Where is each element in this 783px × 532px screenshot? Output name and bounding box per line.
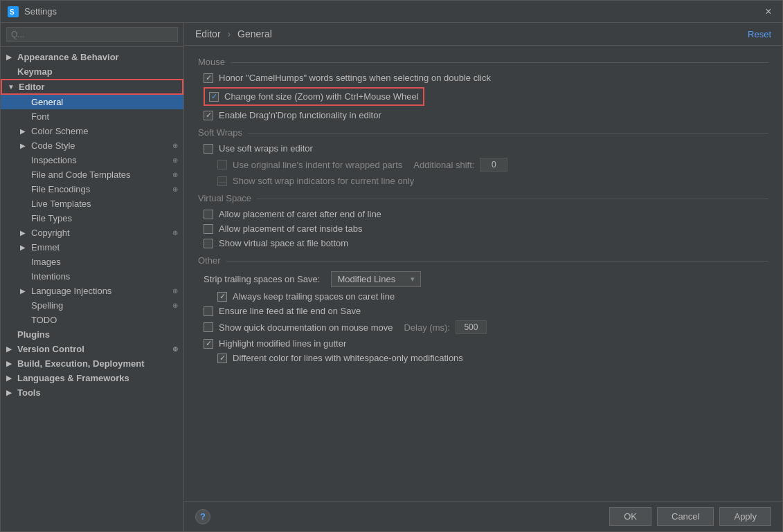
virtual-space-section-label: Virtual Space bbox=[198, 193, 768, 203]
quick-doc-row: Show quick documentation on mouse move D… bbox=[198, 320, 768, 334]
quick-doc-checkbox[interactable] bbox=[204, 322, 213, 332]
strip-trailing-dropdown[interactable]: Modified Lines ▾ bbox=[331, 271, 421, 287]
change-font-size-checkbox-wrapper[interactable]: Change font size (Zoom) with Ctrl+Mouse … bbox=[209, 91, 419, 102]
drag-drop-label: Enable Drag'n'Drop functionality in edit… bbox=[219, 110, 381, 120]
search-input[interactable] bbox=[6, 27, 178, 42]
drag-drop-checkbox[interactable] bbox=[204, 111, 213, 120]
highlight-modified-wrapper[interactable]: Highlight modified lines in gutter bbox=[204, 338, 346, 349]
close-button[interactable]: × bbox=[762, 5, 775, 19]
sidebar-item-label: File Types bbox=[31, 213, 72, 223]
sidebar-item-file-encodings[interactable]: File Encodings ⊕ bbox=[1, 182, 183, 196]
soft-wraps-section-label: Soft Wraps bbox=[198, 127, 768, 138]
sidebar-item-label: File and Code Templates bbox=[31, 169, 131, 180]
sidebar-item-plugins[interactable]: Plugins bbox=[1, 327, 183, 342]
additional-shift-label: Additional shift: bbox=[413, 160, 474, 170]
sidebar-item-images[interactable]: Images bbox=[1, 255, 183, 269]
change-font-size-checkbox[interactable] bbox=[209, 92, 219, 102]
use-soft-wraps-checkbox[interactable] bbox=[204, 144, 213, 154]
original-indent-checkbox[interactable] bbox=[217, 160, 227, 169]
sidebar-item-file-types[interactable]: File Types bbox=[1, 211, 183, 226]
sidebar-item-intentions[interactable]: Intentions bbox=[1, 269, 183, 284]
diff-color-wrapper[interactable]: Different color for lines with whitespac… bbox=[217, 353, 463, 363]
badge-icon: ⊕ bbox=[172, 156, 178, 164]
delay-input[interactable] bbox=[456, 320, 487, 334]
additional-shift-input[interactable] bbox=[480, 158, 507, 172]
sidebar-item-code-style[interactable]: ▶ Code Style ⊕ bbox=[1, 138, 183, 153]
soft-wrap-indicators-label: Show soft wrap indicators for current li… bbox=[233, 176, 414, 186]
original-indent-checkbox-wrapper: Use original line's indent for wrapped p… bbox=[217, 160, 402, 170]
sidebar-item-file-code-templates[interactable]: File and Code Templates ⊕ bbox=[1, 167, 183, 182]
quick-doc-label: Show quick documentation on mouse move bbox=[219, 322, 393, 333]
delay-label: Delay (ms): bbox=[404, 322, 449, 333]
sidebar-item-tools[interactable]: ▶ Tools bbox=[1, 385, 183, 400]
sidebar-item-font[interactable]: Font bbox=[1, 109, 183, 124]
soft-wrap-indicators-checkbox[interactable] bbox=[217, 176, 227, 186]
main-panel: Editor › General Reset Mouse Honor "Cam bbox=[184, 23, 782, 531]
virtual-space-bottom-checkbox[interactable] bbox=[204, 239, 213, 248]
camel-humps-checkbox[interactable] bbox=[204, 73, 213, 83]
other-section: Other Strip trailing spaces on Save: Mod… bbox=[198, 255, 768, 363]
badge-icon: ⊕ bbox=[172, 142, 178, 149]
original-indent-label: Use original line's indent for wrapped p… bbox=[233, 160, 402, 170]
use-soft-wraps-checkbox-wrapper[interactable]: Use soft wraps in editor bbox=[204, 143, 313, 154]
sidebar-item-live-templates[interactable]: Live Templates bbox=[1, 196, 183, 211]
mouse-section-label: Mouse bbox=[198, 57, 768, 67]
caret-after-end-wrapper[interactable]: Allow placement of caret after end of li… bbox=[204, 209, 381, 219]
reset-link[interactable]: Reset bbox=[748, 29, 771, 39]
sidebar-item-copyright[interactable]: ▶ Copyright ⊕ bbox=[1, 226, 183, 240]
keep-trailing-spaces-checkbox[interactable] bbox=[217, 292, 227, 302]
badge-icon: ⊕ bbox=[172, 171, 178, 178]
camel-humps-checkbox-wrapper[interactable]: Honor "CamelHumps" words settings when s… bbox=[204, 73, 491, 83]
sidebar-item-general[interactable]: General bbox=[1, 95, 183, 109]
caret-after-end-checkbox[interactable] bbox=[204, 210, 213, 219]
sidebar-item-label: Version Control bbox=[17, 344, 84, 354]
sidebar-item-editor[interactable]: ▼ Editor bbox=[1, 79, 183, 95]
sidebar-item-label: Tools bbox=[17, 387, 41, 398]
badge-icon: ⊕ bbox=[172, 345, 178, 353]
caret-inside-tabs-wrapper[interactable]: Allow placement of caret inside tabs bbox=[204, 223, 362, 234]
keep-trailing-spaces-wrapper[interactable]: Always keep trailing spaces on caret lin… bbox=[217, 291, 395, 302]
sidebar-item-emmet[interactable]: ▶ Emmet bbox=[1, 240, 183, 255]
sidebar-item-appearance[interactable]: ▶ Appearance & Behavior bbox=[1, 50, 183, 64]
sidebar-item-inspections[interactable]: Inspections ⊕ bbox=[1, 153, 183, 167]
search-box bbox=[1, 23, 183, 47]
virtual-space-bottom-wrapper[interactable]: Show virtual space at file bottom bbox=[204, 238, 348, 248]
expand-arrow: ▶ bbox=[6, 360, 15, 367]
strip-trailing-label: Strip trailing spaces on Save: bbox=[204, 274, 320, 284]
diff-color-row: Different color for lines with whitespac… bbox=[198, 353, 768, 363]
sidebar-item-label: File Encodings bbox=[31, 184, 90, 194]
help-button[interactable]: ? bbox=[195, 509, 210, 524]
other-section-label: Other bbox=[198, 255, 768, 266]
virtual-space-bottom-row: Show virtual space at file bottom bbox=[198, 238, 768, 248]
sidebar-item-todo[interactable]: TODO bbox=[1, 313, 183, 327]
sidebar-item-version-control[interactable]: ▶ Version Control ⊕ bbox=[1, 342, 183, 356]
drag-drop-checkbox-wrapper[interactable]: Enable Drag'n'Drop functionality in edit… bbox=[204, 110, 381, 120]
diff-color-checkbox[interactable] bbox=[217, 354, 227, 363]
expand-arrow: ▶ bbox=[20, 142, 28, 149]
cancel-button[interactable]: Cancel bbox=[657, 507, 714, 526]
sidebar-item-keymap[interactable]: Keymap bbox=[1, 64, 183, 79]
sidebar-item-color-scheme[interactable]: ▶ Color Scheme bbox=[1, 124, 183, 138]
expand-arrow: ▶ bbox=[6, 345, 15, 353]
sidebar-item-language-injections[interactable]: ▶ Language Injections ⊕ bbox=[1, 284, 183, 298]
dropdown-arrow-icon: ▾ bbox=[411, 275, 415, 284]
breadcrumb-bar: Editor › General Reset bbox=[184, 23, 782, 46]
caret-inside-tabs-label: Allow placement of caret inside tabs bbox=[219, 223, 362, 234]
ok-button[interactable]: OK bbox=[609, 507, 651, 526]
camel-humps-label: Honor "CamelHumps" words settings when s… bbox=[219, 73, 491, 83]
apply-button[interactable]: Apply bbox=[719, 507, 771, 526]
sidebar-item-spelling[interactable]: Spelling ⊕ bbox=[1, 298, 183, 313]
drag-drop-row: Enable Drag'n'Drop functionality in edit… bbox=[198, 110, 768, 120]
caret-inside-tabs-checkbox[interactable] bbox=[204, 224, 213, 234]
sidebar-item-label: Images bbox=[31, 257, 61, 267]
quick-doc-wrapper[interactable]: Show quick documentation on mouse move bbox=[204, 322, 393, 333]
ensure-line-feed-wrapper[interactable]: Ensure line feed at file end on Save bbox=[204, 306, 361, 316]
sidebar-item-label: Build, Execution, Deployment bbox=[17, 358, 144, 369]
sidebar-item-build[interactable]: ▶ Build, Execution, Deployment bbox=[1, 356, 183, 371]
soft-wraps-section: Soft Wraps Use soft wraps in editor Use … bbox=[198, 127, 768, 186]
sidebar-item-languages[interactable]: ▶ Languages & Frameworks bbox=[1, 371, 183, 385]
ensure-line-feed-checkbox[interactable] bbox=[204, 306, 213, 316]
breadcrumb-general: General bbox=[237, 28, 272, 39]
highlight-modified-checkbox[interactable] bbox=[204, 339, 213, 349]
expand-arrow: ▼ bbox=[8, 83, 16, 91]
